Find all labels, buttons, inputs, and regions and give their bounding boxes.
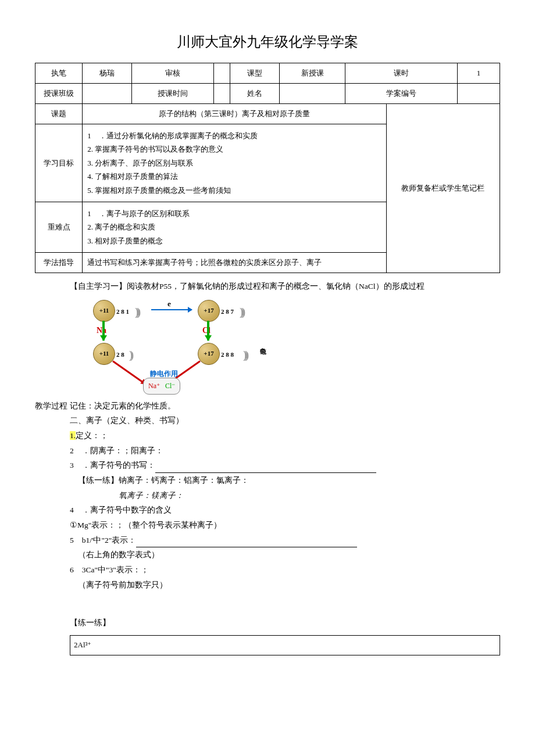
cell-review-value bbox=[214, 63, 230, 84]
practice-ions-line: 【练一练】钠离子：钙离子：铝离子：氯离子： bbox=[78, 473, 500, 488]
cl-ion-icon: +17 bbox=[198, 343, 220, 365]
cell-goals-label: 学习目标 bbox=[35, 124, 83, 202]
page-title: 川师大宜外九年级化学导学案 bbox=[35, 33, 500, 51]
goal-1: 1 ．通过分析氯化钠的形成掌握离子的概念和实质 bbox=[87, 129, 383, 142]
na-atom-icon: +11 bbox=[93, 300, 115, 322]
diff-2: 2. 离子的概念和实质 bbox=[87, 220, 383, 234]
na-shells: 2 8 1 bbox=[116, 306, 129, 318]
cl-down-arrow-icon bbox=[207, 321, 209, 341]
prefix-note: （离子符号前加数字只） bbox=[78, 578, 500, 593]
remember-line: 记住：决定元素的化学性质。 bbox=[70, 399, 500, 414]
item-6-line: 6 3Ca"中"3"表示：； bbox=[70, 562, 500, 578]
cell-type-value: 新授课 bbox=[280, 63, 345, 84]
cell-goals-value: 1 ．通过分析氯化钠的形成掌握离子的概念和实质 2. 掌握离子符号的书写以及各数… bbox=[83, 124, 387, 202]
cell-notes-label: 教师复备栏或学生笔记栏 bbox=[386, 104, 500, 273]
superscript-note: （右上角的数字表式） bbox=[78, 547, 500, 562]
blank-line-2 bbox=[136, 547, 357, 547]
cell-difficulty-label: 重难点 bbox=[35, 202, 83, 253]
item-5-line: 5 b1/'中"2"表示： bbox=[70, 533, 500, 548]
na-down-arrow-icon bbox=[102, 321, 105, 341]
goal-3: 3. 分析离子、原子的区别与联系 bbox=[87, 156, 383, 170]
goal-5: 5. 掌握相对原子质量的概念及一些考前须知 bbox=[87, 184, 383, 197]
definition-line: 1.定义：； bbox=[70, 428, 500, 443]
cell-time-label: 授课时间 bbox=[131, 84, 213, 104]
cell-topic-value: 原子的结构（第三课时）离子及相对原子质量 bbox=[83, 104, 387, 124]
nacl-ion-box: Na⁺ Cl⁻ bbox=[143, 378, 180, 395]
cell-class-label: 授课班级 bbox=[35, 84, 83, 104]
cell-type-label: 课型 bbox=[230, 63, 280, 84]
cl-minus-label: Cl⁻ bbox=[165, 382, 175, 390]
diff-1: 1 ．离子与原子的区别和联系 bbox=[87, 207, 383, 220]
goal-4: 4. 了解相对原子质量的算法 bbox=[87, 170, 383, 183]
teaching-content: 【自主学习一】阅读教材P55，了解氯化钠的形成过程和离子的概念一、氯化钠（NaC… bbox=[35, 279, 500, 655]
na-ion-arcs-icon: )) bbox=[129, 345, 131, 365]
process-label: 教学过程 bbox=[35, 399, 70, 655]
digit-meaning-heading: 4 ．离子符号中数字的含义 bbox=[70, 503, 500, 518]
electron-label: e bbox=[167, 296, 171, 311]
nacl-formation-diagram: +11 2 8 1 ))) +17 2 8 7 ))) e Na Cl +11 … bbox=[93, 300, 268, 393]
cell-name-label: 姓名 bbox=[230, 84, 280, 104]
na-arcs-icon: ))) bbox=[135, 302, 138, 322]
cell-plan-no-value bbox=[457, 84, 500, 104]
cell-review-label: 审核 bbox=[131, 63, 213, 84]
electron-arrow-icon bbox=[151, 309, 192, 310]
anion-cation-line: 2 ．阴离子：；阳离子： bbox=[70, 443, 500, 458]
cell-author-value: 杨瑞 bbox=[83, 63, 132, 84]
cl-shells: 2 8 7 bbox=[221, 306, 234, 318]
practice-heading: 【练一练】 bbox=[70, 615, 500, 630]
practice-box: 2Al³⁺ bbox=[70, 635, 500, 655]
na-ion-shells: 2 8 bbox=[116, 349, 124, 361]
header-table: 执笔 杨瑞 审核 课型 新授课 课时 1 授课班级 授课时间 姓名 学案编号 课… bbox=[35, 63, 500, 273]
cl-arcs-icon: ))) bbox=[240, 302, 243, 322]
cell-method-value: 通过书写和练习来掌握离子符号；比照各微粒的实质来区分原子、离子 bbox=[83, 253, 387, 273]
cell-plan-no-label: 学案编号 bbox=[345, 84, 458, 104]
self-study-heading: 【自主学习一】阅读教材P55，了解氯化钠的形成过程和离子的概念一、氯化钠（NaC… bbox=[70, 279, 500, 294]
cell-difficulty-value: 1 ．离子与原子的区别和联系 2. 离子的概念和实质 3. 相对原子质量的概念 bbox=[83, 202, 387, 253]
cell-method-label: 学法指导 bbox=[35, 253, 83, 273]
na-plus-label: Na⁺ bbox=[148, 382, 160, 390]
goal-2: 2. 掌握离子符号的书写以及各数字的意义 bbox=[87, 142, 383, 156]
cell-period-label: 课时 bbox=[345, 63, 458, 84]
cell-name-value bbox=[280, 84, 345, 104]
practice-ions-line-2: 氧离子：镁离子： bbox=[119, 488, 500, 503]
mg-line: ①Mg"表示：；（整个符号表示某种离子） bbox=[70, 518, 500, 533]
cell-topic-label: 课题 bbox=[35, 104, 83, 124]
cell-period-value: 1 bbox=[457, 63, 500, 84]
diff-3: 3. 相对原子质量的概念 bbox=[87, 234, 383, 248]
section-two-heading: 二、离子（定义、种类、书写） bbox=[70, 413, 500, 428]
cell-time-value bbox=[214, 84, 230, 104]
cl-ion-shells: 2 8 8 bbox=[221, 349, 234, 361]
cell-author-label: 执笔 bbox=[35, 63, 83, 84]
cl-ion-arcs-icon: ))) bbox=[243, 345, 247, 365]
ion-symbol-writing-line: 3 ．离子符号的书写： bbox=[70, 458, 500, 473]
cell-class-value bbox=[83, 84, 132, 104]
highlight-1: 1. bbox=[70, 431, 76, 440]
cl-atom-icon: +17 bbox=[198, 300, 220, 322]
